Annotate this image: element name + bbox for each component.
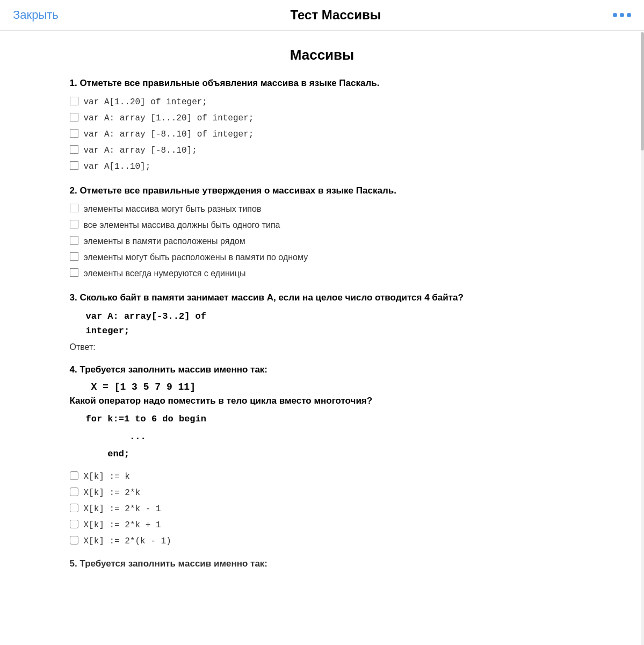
scrollbar-thumb[interactable] (641, 32, 644, 150)
q3-code: var A: array[-3..2] ofinteger; (86, 309, 575, 338)
question-2-label: 2. Отметьте все правильные утверждения о… (70, 184, 575, 198)
q4-checkbox-4[interactable] (70, 520, 78, 528)
q4-option-2: X[k] := 2*k (70, 486, 575, 499)
scrollbar[interactable] (641, 32, 644, 645)
q4-for-loop: for k:=1 to 6 do begin ... end; (86, 411, 575, 463)
q2-option-3-text: элементы в памяти расположены рядом (84, 235, 245, 248)
q2-checkbox-4[interactable] (70, 252, 78, 261)
q4-option-1: X[k] := k (70, 470, 575, 483)
q1-option-3-text: var A: array [-8..10] of integer; (84, 128, 254, 141)
question-4-label: 4. Требуется заполнить массив именно так… (70, 363, 575, 377)
q2-option-3: элементы в памяти расположены рядом (70, 235, 575, 248)
q4-checkbox-1[interactable] (70, 471, 78, 480)
q4-array: X = [1 3 5 7 9 11] (91, 382, 575, 392)
q1-option-5: var A[1..10]; (70, 160, 575, 173)
question-3-label: 3. Сколько байт в памяти занимает массив… (70, 291, 575, 305)
q4-option-3-text: X[k] := 2*k - 1 (84, 503, 161, 515)
question-1: 1. Отметьте все правильные объявления ма… (70, 76, 575, 173)
question-3: 3. Сколько байт в памяти занимает массив… (70, 291, 575, 352)
header-title: Тест Массивы (59, 8, 613, 23)
q1-option-4-text: var A: array [-8..10]; (84, 144, 197, 157)
q2-checkbox-3[interactable] (70, 236, 78, 245)
q1-option-2: var A: array [1...20] of integer; (70, 112, 575, 125)
q1-checkbox-5[interactable] (70, 161, 78, 170)
q1-checkbox-4[interactable] (70, 145, 78, 154)
q2-option-5: элементы всегда нумеруются с единицы (70, 267, 575, 280)
dot-icon (620, 13, 624, 17)
q4-option-3: X[k] := 2*k - 1 (70, 503, 575, 515)
q2-option-4: элементы могут быть расположены в памяти… (70, 251, 575, 264)
q1-option-5-text: var A[1..10]; (84, 160, 151, 173)
question-2: 2. Отметьте все правильные утверждения о… (70, 184, 575, 281)
q1-checkbox-3[interactable] (70, 129, 78, 138)
dot-icon (613, 13, 617, 17)
q1-checkbox-2[interactable] (70, 113, 78, 121)
q4-checkbox-3[interactable] (70, 504, 78, 512)
question-1-label: 1. Отметьте все правильные объявления ма… (70, 76, 575, 90)
q4-option-4: X[k] := 2*k + 1 (70, 519, 575, 532)
more-options-button[interactable] (613, 13, 631, 17)
q2-option-2-text: все элементы массива должны быть одного … (84, 219, 280, 232)
q4-option-1-text: X[k] := k (84, 470, 130, 483)
q4-checkbox-2[interactable] (70, 488, 78, 496)
dot-icon (627, 13, 631, 17)
q2-checkbox-2[interactable] (70, 220, 78, 228)
q3-answer-label: Ответ: (70, 342, 575, 352)
close-button[interactable]: Закрыть (13, 8, 59, 22)
q2-option-1: элементы массива могут быть разных типов (70, 203, 575, 216)
q4-option-5: X[k] := 2*(k - 1) (70, 535, 575, 548)
q2-checkbox-5[interactable] (70, 268, 78, 277)
question-4: 4. Требуется заполнить массив именно так… (70, 363, 575, 548)
header: Закрыть Тест Массивы (0, 0, 644, 31)
q4-checkbox-5[interactable] (70, 536, 78, 544)
q1-option-1-text: var A[1..20] of integer; (84, 96, 207, 109)
q1-option-3: var A: array [-8..10] of integer; (70, 128, 575, 141)
content-area: Массивы 1. Отметьте все правильные объяв… (27, 31, 618, 601)
q4-question2: Какой оператор надо поместить в тело цик… (70, 396, 575, 406)
q4-option-4-text: X[k] := 2*k + 1 (84, 519, 161, 532)
q2-option-2: все элементы массива должны быть одного … (70, 219, 575, 232)
q2-checkbox-1[interactable] (70, 204, 78, 212)
question-5-label: 5. Требуется заполнить массив именно так… (70, 558, 575, 569)
page-title: Массивы (70, 47, 575, 63)
q4-option-2-text: X[k] := 2*k (84, 486, 141, 499)
q1-option-4: var A: array [-8..10]; (70, 144, 575, 157)
q1-checkbox-1[interactable] (70, 97, 78, 105)
q2-option-5-text: элементы всегда нумеруются с единицы (84, 267, 246, 280)
q4-option-5-text: X[k] := 2*(k - 1) (84, 535, 171, 548)
q2-option-1-text: элементы массива могут быть разных типов (84, 203, 262, 216)
question-5: 5. Требуется заполнить массив именно так… (70, 558, 575, 569)
q1-option-2-text: var A: array [1...20] of integer; (84, 112, 254, 125)
q2-option-4-text: элементы могут быть расположены в памяти… (84, 251, 308, 264)
q1-option-1: var A[1..20] of integer; (70, 96, 575, 109)
